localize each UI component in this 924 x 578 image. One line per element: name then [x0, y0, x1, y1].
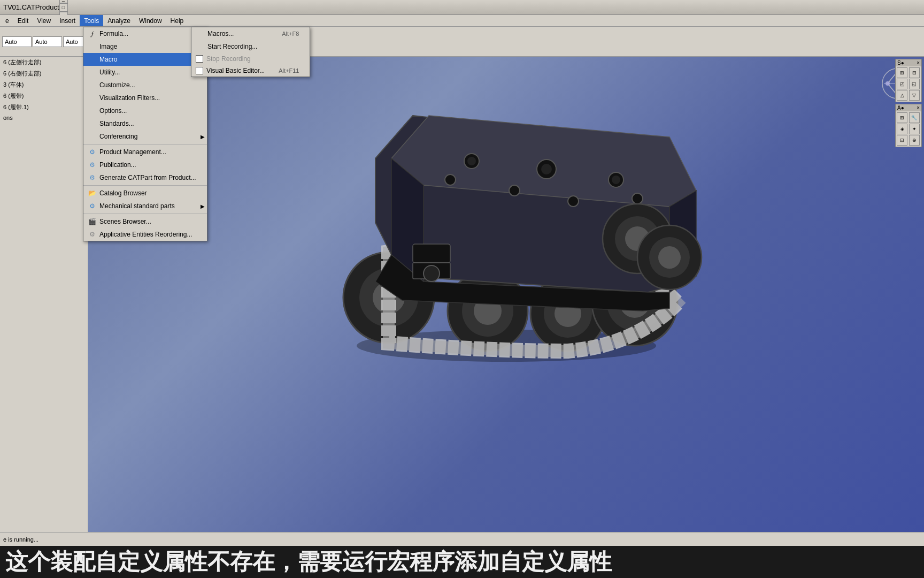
tree-item-1[interactable]: 6 (左侧行走部): [0, 57, 88, 68]
menu-options[interactable]: Options...: [83, 104, 207, 117]
macro-submenu: Macros... Alt+F8 Start Recording... Stop…: [191, 27, 310, 77]
maximize-button[interactable]: □: [59, 3, 68, 12]
a-btn-5[interactable]: ⊡: [897, 135, 907, 146]
menu-conferencing[interactable]: Conferencing ▶: [83, 130, 207, 143]
status-text: e is running...: [3, 536, 38, 543]
menu-product-mgmt[interactable]: ⚙ Product Management...: [83, 146, 207, 158]
svg-point-14: [467, 157, 476, 165]
svg-rect-23: [413, 244, 450, 263]
menu-scenes-browser[interactable]: 🎬 Scenes Browser...: [83, 215, 207, 228]
tree-item-2[interactable]: 6 (右侧行走部): [0, 68, 88, 79]
app-entities-icon: ⚙: [88, 230, 96, 239]
left-panel: 6 (左侧行走部) 6 (右侧行走部) 3 (车体) 6 (履带) 6 (履带.…: [0, 57, 88, 532]
menu-formula[interactable]: 𝑓 Formula...: [83, 27, 207, 40]
menu-stop-recording[interactable]: Stop Recording: [191, 53, 310, 65]
combo-1[interactable]: Auto: [2, 36, 32, 47]
svg-point-25: [424, 265, 440, 282]
menu-generate-catpart[interactable]: ⚙ Generate CATPart from Product...: [83, 171, 207, 184]
menu-catalog-browser[interactable]: 📂 Catalog Browser: [83, 187, 207, 200]
menu-vbe[interactable]: Visual Basic Editor... Alt+F11: [191, 65, 310, 77]
s-btn-3[interactable]: ◰: [897, 79, 907, 89]
menu-mech-standard[interactable]: ⚙ Mechanical standard parts ▶: [83, 200, 207, 212]
menu-customize[interactable]: Customize...: [83, 79, 207, 92]
menu-view[interactable]: View: [33, 15, 55, 26]
macro-icon: [88, 55, 96, 64]
menu-analyze[interactable]: Analyze: [103, 15, 135, 26]
title-text: TV01.CATProduct: [3, 3, 59, 11]
mech-arrow-icon: ▶: [201, 203, 205, 209]
a-toolbox-close[interactable]: ×: [917, 105, 920, 111]
publication-icon: ⚙: [88, 161, 96, 169]
menu-publication[interactable]: ⚙ Publication...: [83, 158, 207, 171]
s-btn-2[interactable]: ⊟: [909, 67, 920, 78]
viewport[interactable]: S● × ⊞ ⊟ ◰ ◱ △ ▽ A● × ⊞: [88, 57, 924, 532]
svg-point-19: [509, 185, 520, 196]
bottom-bar: 这个装配自定义属性不存在，需要运行宏程序添加自定义属性: [0, 546, 924, 578]
scenes-icon: 🎬: [88, 217, 96, 226]
menu-macro[interactable]: Macro ▶: [83, 53, 207, 66]
a-toolbox-title: A●: [897, 105, 904, 111]
product-mgmt-icon: ⚙: [88, 148, 96, 156]
s-btn-5[interactable]: △: [897, 90, 907, 101]
menu-insert[interactable]: Insert: [55, 15, 80, 26]
a-btn-6[interactable]: ⊕: [909, 135, 920, 146]
tools-dropdown-menu: 𝑓 Formula... Image ▶ Macro ▶ Utility... …: [83, 27, 207, 241]
svg-point-16: [541, 164, 552, 174]
s-btn-6[interactable]: ▽: [909, 90, 920, 101]
svg-point-31: [658, 246, 681, 269]
s-btn-1[interactable]: ⊞: [897, 67, 907, 78]
svg-point-20: [568, 196, 579, 207]
menu-window[interactable]: Window: [135, 15, 166, 26]
s-btn-4[interactable]: ◱: [909, 79, 920, 89]
separator-3: [83, 214, 207, 214]
tree-item-5[interactable]: 6 (履带.1): [0, 102, 88, 113]
separator-2: [83, 185, 207, 186]
menu-file[interactable]: e: [1, 15, 13, 26]
menu-standards[interactable]: Standards...: [83, 117, 207, 130]
svg-point-18: [612, 176, 620, 184]
menu-edit[interactable]: Edit: [13, 15, 33, 26]
s-toolbox-title: S●: [897, 60, 904, 66]
s-toolbox-close[interactable]: ×: [917, 60, 920, 66]
separator-1: [83, 144, 207, 144]
menu-app-entities[interactable]: ⚙ Applicative Entities Reordering...: [83, 228, 207, 241]
svg-point-39: [886, 81, 890, 86]
menu-start-recording[interactable]: Start Recording...: [191, 40, 310, 53]
tree-item-6[interactable]: ons: [0, 113, 88, 123]
a-toolbox: A● × ⊞ 🔧 ◈ ✦ ⊡ ⊕: [895, 104, 922, 147]
svg-point-21: [632, 193, 643, 204]
status-bar: e is running...: [0, 532, 924, 546]
catalog-icon: 📂: [88, 189, 96, 197]
s-toolbox: S● × ⊞ ⊟ ◰ ◱ △ ▽: [895, 59, 922, 102]
toolbar-group-1: Auto Auto Auto: [2, 36, 95, 47]
generate-icon: ⚙: [88, 173, 96, 182]
mech-icon: ⚙: [88, 202, 96, 210]
menu-utility[interactable]: Utility...: [83, 66, 207, 79]
conferencing-arrow-icon: ▶: [201, 134, 205, 140]
vbe-checkbox: [196, 67, 203, 74]
a-btn-4[interactable]: ✦: [909, 124, 920, 134]
menu-help[interactable]: Help: [166, 15, 188, 26]
bottom-text: 这个装配自定义属性不存在，需要运行宏程序添加自定义属性: [5, 547, 612, 577]
title-bar: TV01.CATProduct _ □ ×: [0, 0, 924, 15]
tree-item-3[interactable]: 3 (车体): [0, 79, 88, 90]
tank-model: [306, 73, 707, 372]
svg-point-22: [445, 174, 456, 185]
a-btn-1[interactable]: ⊞: [897, 112, 907, 123]
menu-tools[interactable]: Tools: [80, 15, 103, 26]
stop-recording-checkbox: [196, 55, 203, 63]
combo-2[interactable]: Auto: [33, 36, 62, 47]
tree-item-4[interactable]: 6 (履带): [0, 90, 88, 102]
a-btn-3[interactable]: ◈: [897, 124, 907, 134]
menu-viz-filters[interactable]: Visualization Filters...: [83, 92, 207, 104]
image-icon: [88, 42, 96, 51]
formula-icon: 𝑓: [88, 29, 96, 38]
menu-image[interactable]: Image ▶: [83, 40, 207, 53]
a-btn-2[interactable]: 🔧: [909, 112, 920, 123]
menu-bar: e Edit View Insert Tools Analyze Window …: [0, 15, 924, 27]
menu-macros[interactable]: Macros... Alt+F8: [191, 27, 310, 40]
